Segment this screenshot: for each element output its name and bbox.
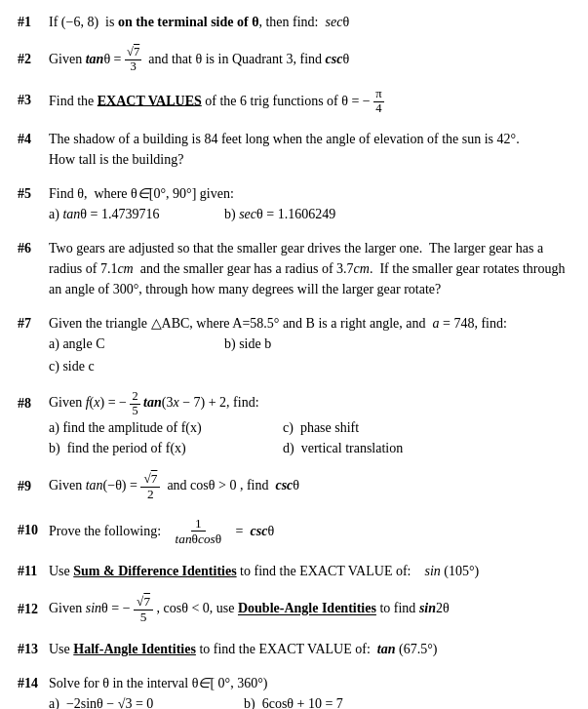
problem-9-number: #9 — [18, 476, 49, 496]
problem-2-content: Given tanθ = √7 3 and that θ is in Quadr… — [49, 46, 570, 74]
problem-7c: c) side c — [49, 356, 224, 376]
problem-8c: c) phase shift — [283, 417, 458, 438]
problem-8d: d) vertical translation — [283, 438, 458, 458]
problem-4-line2: How tall is the building? — [49, 149, 570, 170]
problem-7-parts: a) angle C b) side b c) side c — [49, 334, 570, 376]
problem-8-content: Given f(x) = − 2 5 tan(3x − 7) + 2, find… — [49, 390, 570, 417]
problem-1-content: If (−6, 8) is on the terminal side of θ,… — [49, 12, 570, 32]
problem-10-number: #10 — [18, 520, 49, 540]
problem-10-content: Prove the following: 1 tanθcosθ = cscθ — [49, 516, 570, 548]
problem-13-content: Use Half-Angle Identities to find the EX… — [49, 639, 570, 659]
problem-5b: b) secθ = 1.1606249 — [224, 204, 400, 224]
problem-14-number: #14 — [18, 673, 49, 693]
problem-7b: b) side b — [224, 334, 400, 354]
problem-14a: a) −2sinθ − √3 = 0 — [49, 693, 244, 709]
problem-14b: b) 6cosθ + 10 = 7 — [244, 693, 419, 709]
problem-1-number: #1 — [18, 12, 49, 32]
problem-4-number: #4 — [18, 129, 49, 149]
problem-1: #1 If (−6, 8) is on the terminal side of… — [18, 12, 570, 32]
problem-6-number: #6 — [18, 238, 49, 258]
problem-7-number: #7 — [18, 313, 49, 334]
problem-8-number: #8 — [18, 393, 49, 414]
problem-11-number: #11 — [18, 561, 49, 581]
problem-5: #5 Find θ, where θ∈[0°, 90°] given: a) t… — [18, 183, 570, 224]
problem-8: #8 Given f(x) = − 2 5 tan(3x − 7) + 2, f… — [18, 390, 570, 458]
problem-8-parts: a) find the amplitude of f(x) c) phase s… — [49, 417, 570, 438]
problem-6: #6 Two gears are adjusted so that the sm… — [18, 238, 570, 299]
problem-12-content: Given sinθ = − √7 5 , cosθ < 0, use Doub… — [49, 595, 570, 624]
problem-9-content: Given tan(−θ) = √7 2 and cosθ > 0 , find… — [49, 472, 570, 501]
problem-3-content: Find the EXACT VALUES of the 6 trig func… — [49, 88, 570, 116]
problem-8-parts-row2: b) find the period of f(x) d) vertical t… — [49, 438, 570, 458]
problem-4: #4 The shadow of a building is 84 feet l… — [18, 129, 570, 170]
problem-12: #12 Given sinθ = − √7 5 , cosθ < 0, use … — [18, 595, 570, 624]
problem-8a: a) find the amplitude of f(x) — [49, 417, 283, 438]
problem-4-content: The shadow of a building is 84 feet long… — [49, 129, 570, 149]
problem-7-content: Given the triangle △ABC, where A=58.5° a… — [49, 313, 570, 334]
problem-13-number: #13 — [18, 639, 49, 659]
problem-14-parts: a) −2sinθ − √3 = 0 b) 6cosθ + 10 = 7 c) … — [49, 693, 570, 709]
problem-3-number: #3 — [18, 90, 49, 110]
problem-14: #14 Solve for θ in the interval θ∈[ 0°, … — [18, 673, 570, 709]
problem-10: #10 Prove the following: 1 tanθcosθ = cs… — [18, 516, 570, 548]
problem-6-content: Two gears are adjusted so that the small… — [49, 238, 570, 299]
problem-2-number: #2 — [18, 49, 49, 69]
problem-5-content: Find θ, where θ∈[0°, 90°] given: — [49, 183, 570, 204]
problem-5-number: #5 — [18, 183, 49, 204]
problem-12-number: #12 — [18, 599, 49, 619]
problem-3: #3 Find the EXACT VALUES of the 6 trig f… — [18, 88, 570, 116]
problem-2: #2 Given tanθ = √7 3 and that θ is in Qu… — [18, 46, 570, 74]
problem-5a: a) tanθ = 1.4739716 — [49, 204, 224, 224]
problem-9: #9 Given tan(−θ) = √7 2 and cosθ > 0 , f… — [18, 472, 570, 501]
problem-11-content: Use Sum & Difference Identities to find … — [49, 561, 570, 581]
problem-13: #13 Use Half-Angle Identities to find th… — [18, 639, 570, 659]
problem-5-parts: a) tanθ = 1.4739716 b) secθ = 1.1606249 — [49, 204, 570, 224]
problem-8b: b) find the period of f(x) — [49, 438, 283, 458]
problem-11: #11 Use Sum & Difference Identities to f… — [18, 561, 570, 581]
problem-7: #7 Given the triangle △ABC, where A=58.5… — [18, 313, 570, 376]
problem-14-content: Solve for θ in the interval θ∈[ 0°, 360°… — [49, 673, 570, 693]
problem-7a: a) angle C — [49, 334, 224, 354]
